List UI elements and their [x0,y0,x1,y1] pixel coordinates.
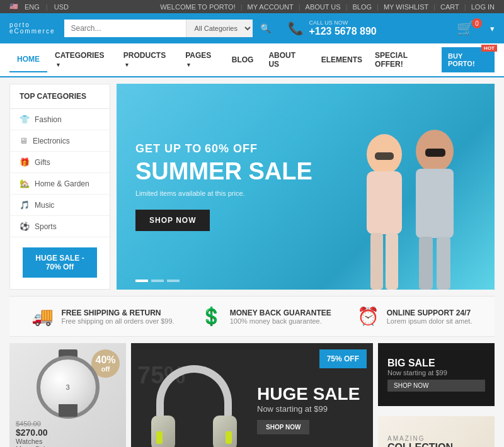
headphones-text: HUGE SALE Now starting at $99 SHOP NOW [257,384,360,434]
hero-text: GET UP TO 60% OFF SUMMER SALE Limited it… [135,142,312,232]
feature-desc: Lorem ipsum dolor sit amet. [387,317,472,325]
logo[interactable]: porto eCommerce [9,22,55,35]
search-input[interactable] [64,20,186,37]
sidebar-item-home-garden[interactable]: 🏡 Home & Garden [10,173,110,195]
chevron-down-icon: ▾ [125,62,129,68]
search-button[interactable]: 🔍 [253,20,278,37]
headphones-promo-card: 75% 75% OFF HUGE SALE Now starting at $9… [131,343,373,447]
shirt-icon: 👕 [20,115,30,124]
watches-info: $450.00 $270.00 Watches Mega Sale SHOP N… [16,420,120,447]
currency-selector[interactable]: USD [54,3,69,11]
feature-title: ONLINE SUPPORT 24/7 [387,308,472,317]
feature-moneyback: 💲 MONEY BACK GUARANTEE 100% money back g… [200,306,331,327]
huge-sale-button[interactable]: HUGE SALE - 70% Off [23,247,97,278]
sidebar-item-label: Music [35,201,54,210]
headphones-badge: 75% OFF [319,349,367,368]
chevron-down-icon: ▾ [57,62,60,68]
collection-label: AMAZING [387,435,485,442]
search-bar: All Categories 🔍 [64,20,278,37]
sidebar-title: TOP CATEGORIES [10,84,110,109]
about-us-link[interactable]: ABOUT US [306,3,341,11]
gift-icon: 🎁 [20,157,30,167]
language-selector[interactable]: ENG [25,3,40,11]
svg-rect-6 [419,237,433,290]
watches-new-price: $270.00 [16,427,120,438]
sidebar-item-label: Electronics [33,137,70,145]
svg-rect-9 [425,149,445,157]
feature-desc: Free shipping on all orders over $99. [61,317,174,325]
buy-porto-button[interactable]: BUY PORTO! HOT [442,47,495,72]
big-sale-subtitle: Now starting at $99 [387,369,485,376]
big-sale-title: BIG SALE [387,358,485,369]
nav-item-products[interactable]: PRODUCTS ▾ [116,43,178,76]
top-bar-right: WELCOME TO PORTO! | MY ACCOUNT | ABOUT U… [160,3,495,11]
feature-support: ⏰ ONLINE SUPPORT 24/7 Lorem ipsum dolor … [357,306,472,327]
headphone-image [144,359,244,447]
feature-title: MONEY BACK GUARANTEE [230,308,331,317]
top-bar-left: 🇺🇸 ENG | USD [9,3,69,11]
feature-shipping: 🚚 FREE SHIPPING & RETURN Free shipping o… [32,306,174,327]
svg-rect-8 [375,152,394,160]
watches-old-price: $450.00 [16,420,120,427]
chevron-down-icon: ▾ [187,62,190,68]
svg-rect-7 [437,237,450,290]
cart-dropdown-icon: ▾ [490,24,495,33]
wishlist-link[interactable]: MY WISHLIST [384,3,428,11]
nav-item-blog[interactable]: BLOG [224,48,261,72]
svg-rect-2 [370,233,383,290]
cart-icon: 🛒 [457,20,474,37]
collection-card: AMAZING COLLECTION CHECK OUR DISCOUNTS [378,416,495,447]
feature-title: FREE SHIPPING & RETURN [61,308,174,317]
phone-area: 📞 CALL US NOW +123 5678 890 [288,20,376,37]
hero-people-svg [324,120,495,290]
hero-banner: GET UP TO 60% OFF SUMMER SALE Limited it… [117,84,495,290]
phone-number: +123 5678 890 [309,26,376,37]
svg-rect-5 [416,169,454,238]
phone-label: CALL US NOW [309,20,376,26]
blog-link[interactable]: BLOG [352,3,372,11]
big-sale-shop-now-button[interactable]: SHOP NOW [387,380,485,392]
sidebar-item-gifts[interactable]: 🎁 Gifts [10,152,110,173]
clock-icon: ⏰ [357,306,379,327]
hero-dot-3[interactable] [167,280,180,282]
nav-item-pages[interactable]: PAGES ▾ [178,43,224,76]
sidebar-item-sports[interactable]: ⚽ Sports [10,216,110,237]
hero-subtitle: GET UP TO 60% OFF [135,142,312,156]
nav-item-elements[interactable]: ELEMENTS [314,48,370,72]
navigation: HOME CATEGORIES ▾ PRODUCTS ▾ PAGES ▾ BLO… [0,43,504,77]
promo-grid: 40% off 3 $450.00 $270.00 Watches Mega S… [0,343,504,447]
category-select[interactable]: All Categories [186,20,253,37]
headphones-shop-now-button[interactable]: SHOP NOW [257,420,309,434]
top-bar: 🇺🇸 ENG | USD WELCOME TO PORTO! | MY ACCO… [0,0,504,13]
cart-area[interactable]: 🛒 0 ▾ [457,20,495,37]
sidebar-item-label: Fashion [35,115,62,124]
nav-item-home[interactable]: HOME [9,47,47,72]
special-offer-link[interactable]: SPECIAL OFFER! [370,43,438,76]
watch-image: 3 [30,349,106,417]
svg-rect-1 [367,171,402,234]
headphones-title: HUGE SALE [257,384,360,404]
sidebar-item-label: Gifts [35,158,50,167]
sidebar-item-electronics[interactable]: 🖥 Electronics [10,130,110,152]
nav-item-categories[interactable]: CATEGORIES ▾ [47,43,116,76]
cart-count-badge: 0 [472,18,482,28]
features-bar: 🚚 FREE SHIPPING & RETURN Free shipping o… [9,296,495,337]
logo-sub: eCommerce [9,28,55,35]
home-icon: 🏡 [20,179,30,188]
hero-dot-2[interactable] [151,280,164,282]
nav-right: SPECIAL OFFER! BUY PORTO! HOT [370,43,495,76]
cart-link[interactable]: CART [440,3,459,11]
big-sale-card: BIG SALE Now starting at $99 SHOP NOW [378,343,495,406]
welcome-text: WELCOME TO PORTO! [160,3,236,11]
nav-item-about[interactable]: ABOUT US [261,43,313,76]
hot-badge: HOT [481,45,497,52]
my-account-link[interactable]: MY ACCOUNT [248,3,294,11]
hero-shop-now-button[interactable]: SHOP NOW [135,210,210,231]
sidebar-item-fashion[interactable]: 👕 Fashion [10,109,110,130]
flag-icon: 🇺🇸 [9,3,18,11]
truck-icon: 🚚 [32,306,54,327]
hero-dot-1[interactable] [135,280,148,282]
login-link[interactable]: LOG IN [471,3,495,11]
watches-promo-card: 40% off 3 $450.00 $270.00 Watches Mega S… [9,343,126,447]
sidebar-item-music[interactable]: 🎵 Music [10,195,110,216]
